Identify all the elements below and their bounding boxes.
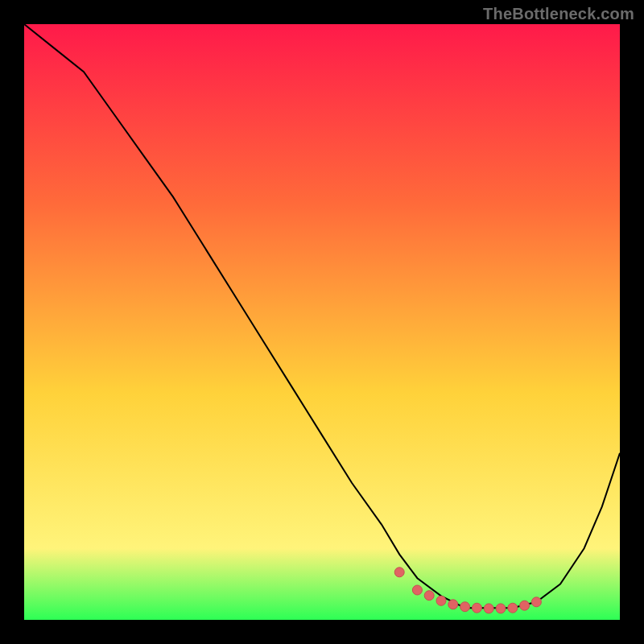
highlight-dot	[412, 585, 422, 595]
highlight-dot	[484, 604, 493, 613]
highlight-dot	[394, 568, 404, 577]
chart-stage: TheBottleneck.com	[0, 0, 644, 644]
highlight-dot	[424, 591, 434, 601]
watermark-text: TheBottleneck.com	[483, 5, 634, 23]
highlight-dot	[460, 602, 470, 612]
highlight-dot	[436, 596, 446, 605]
plot-svg	[24, 24, 620, 620]
plot-area	[24, 24, 620, 620]
highlight-dot	[472, 603, 481, 613]
highlight-dot	[508, 603, 518, 613]
highlight-dot	[520, 601, 530, 610]
highlight-dot	[448, 600, 458, 609]
highlight-dot	[496, 604, 506, 613]
highlight-dot	[531, 597, 541, 607]
